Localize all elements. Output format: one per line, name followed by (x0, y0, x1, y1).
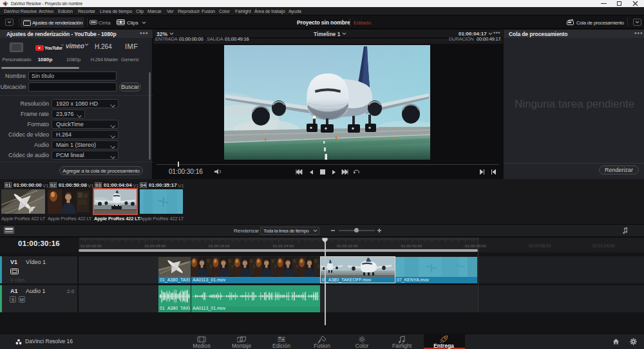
svg-text:01:00:32:00: 01:00:32:00 (337, 243, 358, 248)
svg-text:01:00:48:00: 01:00:48:00 (465, 243, 486, 248)
svg-text:01:01:04:00: 01:01:04:00 (592, 243, 615, 248)
svg-text:01:00:56:00: 01:00:56:00 (529, 243, 551, 248)
svg-text:01:00:40:00: 01:00:40:00 (401, 243, 422, 248)
svg-text:01:00:00:00: 01:00:00:00 (80, 243, 102, 248)
svg-text:01:00:24:00: 01:00:24:00 (273, 243, 294, 248)
svg-text:01:00:16:00: 01:00:16:00 (209, 243, 230, 248)
svg-text:01:00:08:00: 01:00:08:00 (145, 243, 166, 248)
